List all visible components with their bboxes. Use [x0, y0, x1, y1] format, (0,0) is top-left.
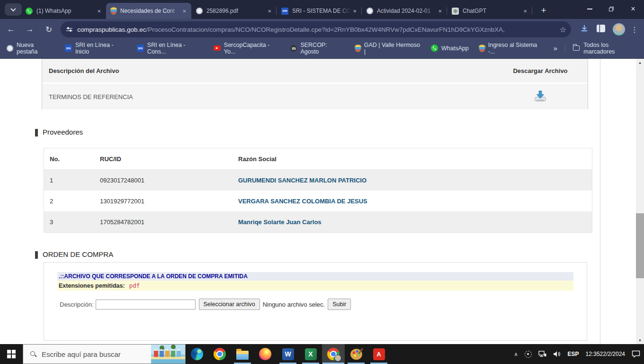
taskbar-acrobat[interactable]: A: [367, 344, 390, 364]
bookmark-label: SRI en Línea - Cons...: [147, 42, 203, 55]
bookmark-sercop-agosto[interactable]: m SERCOP: Agosto: [290, 42, 344, 55]
network-icon[interactable]: [538, 351, 546, 357]
proveedor-link[interactable]: GURUMENDI SANCHEZ MARLON PATRICIO: [238, 177, 367, 184]
bookmark-label: SERCOP: Agosto: [300, 42, 344, 55]
taskbar-edge[interactable]: [186, 344, 208, 364]
download-file-icon[interactable]: [534, 90, 547, 104]
taskbar-search[interactable]: [23, 344, 186, 364]
tab-close-icon[interactable]: ×: [266, 8, 273, 15]
cell-no: 2: [44, 198, 100, 205]
url-domain: compraspublicas.gob.ec: [77, 26, 146, 33]
windows-taskbar: W X A ∧ ESP 12:35 22/2/2024: [0, 344, 644, 364]
files-col-description: Descripción del Archivo: [42, 67, 493, 74]
downloads-icon[interactable]: [580, 24, 589, 35]
taskbar-word[interactable]: W: [277, 344, 299, 364]
whatsapp-icon: [26, 8, 33, 15]
taskbar-chrome[interactable]: [208, 344, 231, 364]
tab-necesidades-active[interactable]: Necesidades de Cont ×: [106, 3, 191, 19]
proveedor-link[interactable]: Manriqe Solarte Juan Carlos: [238, 218, 322, 226]
profile-avatar[interactable]: [613, 23, 625, 36]
excel-icon: X: [305, 348, 317, 360]
page-scrollbar[interactable]: ▲ ▼: [636, 59, 644, 344]
description-input[interactable]: [96, 300, 196, 309]
bookmark-sercopcapacita[interactable]: ▶ SercopCapacita - Yo...: [214, 42, 280, 55]
chevron-down-icon: [10, 6, 16, 11]
upload-button[interactable]: Subir: [328, 299, 351, 310]
bookmark-sri-inicio[interactable]: SRI SRI en Línea - Inicio: [65, 42, 126, 55]
screen-capture-icon[interactable]: [525, 351, 532, 358]
tab-whatsapp[interactable]: (1) WhatsApp ×: [21, 3, 106, 19]
files-col-download: Descargar Archivo: [493, 67, 588, 74]
bookmark-sri-consultas[interactable]: SRI SRI en Línea - Cons...: [137, 42, 203, 55]
bookmark-star-icon[interactable]: ☆: [560, 25, 566, 34]
taskbar-firefox[interactable]: [254, 344, 277, 364]
action-center-icon[interactable]: [632, 350, 640, 358]
taskbar-chrome-active[interactable]: [322, 344, 345, 364]
youtube-icon: ▶: [214, 46, 221, 51]
orden-title: ORDEN DE COMPRA: [43, 250, 113, 258]
all-bookmarks-label[interactable]: Todos los marcadores: [583, 42, 638, 55]
scrollbar-thumb[interactable]: [636, 213, 644, 278]
window-minimize-button[interactable]: [579, 0, 600, 18]
bookmark-label: GAD | Valle Hermoso |: [364, 42, 420, 55]
tab-title: Necesidades de Cont: [120, 8, 181, 14]
windows-logo-icon: [7, 350, 16, 358]
tab-close-icon[interactable]: ×: [181, 8, 188, 15]
back-button[interactable]: ←: [3, 21, 19, 37]
taskbar-clock[interactable]: 12:35 22/2/2024: [586, 351, 625, 358]
reload-button[interactable]: ↻: [41, 21, 57, 37]
tab-search-button[interactable]: [5, 3, 22, 16]
orden-banner: .::ARCHIVO QUE CORRESPONDE A LA ORDEN DE…: [57, 272, 573, 281]
section-marker: [35, 251, 38, 259]
tab-close-icon[interactable]: ×: [96, 8, 102, 15]
crest-icon: [479, 45, 485, 52]
site-settings-icon[interactable]: [66, 27, 72, 32]
window-controls: ×: [579, 0, 644, 18]
page-content: Descripción del Archivo Descargar Archiv…: [0, 59, 644, 344]
tab-actividad[interactable]: Actividad 2024-02-01 ×: [362, 3, 447, 19]
taskbar-excel[interactable]: X: [299, 344, 322, 364]
scroll-up-icon[interactable]: ▲: [636, 59, 644, 66]
proveedores-header-row: No. RUC/ID Razón Social: [44, 148, 592, 170]
proveedor-link[interactable]: VERGARA SANCHEZ COLOMBIA DE JESUS: [238, 198, 367, 205]
tab-chatgpt[interactable]: ⊛ ChatGPT ×: [447, 3, 532, 19]
taskbar-paint[interactable]: [345, 344, 367, 364]
table-row: 2 1301929772001 VERGARA SANCHEZ COLOMBIA…: [44, 191, 592, 211]
proveedores-table: No. RUC/ID Razón Social 1 0923017248001 …: [44, 148, 592, 233]
window-close-button[interactable]: ×: [622, 0, 644, 18]
scroll-down-icon[interactable]: ▼: [636, 337, 644, 344]
tab-title: 2582896.pdf: [206, 8, 266, 14]
tab-close-icon[interactable]: ×: [522, 8, 528, 15]
search-icon: [30, 351, 37, 358]
bookmark-label: Nueva pestaña: [17, 42, 54, 55]
tab-close-icon[interactable]: ×: [351, 8, 358, 15]
tab-close-icon[interactable]: ×: [437, 8, 443, 15]
volume-icon[interactable]: [553, 351, 561, 357]
system-tray: ∧ ESP 12:35 22/2/2024: [508, 344, 644, 364]
bookmark-nueva-pestana[interactable]: Nueva pestaña: [7, 42, 54, 55]
url-path: /ProcesoContratacion/compras/NCO/NCORegi…: [146, 26, 505, 33]
clock-time: 12:35: [586, 351, 600, 358]
forward-button[interactable]: →: [22, 21, 38, 37]
new-tab-button[interactable]: +: [537, 4, 550, 17]
browser-menu-icon[interactable]: ⋮: [631, 25, 638, 34]
address-bar[interactable]: compraspublicas.gob.ec/ProcesoContrataci…: [61, 21, 571, 37]
language-indicator[interactable]: ESP: [568, 351, 579, 357]
col-razon: Razón Social: [238, 155, 592, 163]
side-panel-icon[interactable]: [597, 25, 605, 34]
taskbar-file-explorer[interactable]: [231, 344, 254, 364]
sri-icon: SRI: [137, 45, 144, 52]
tab-pdf[interactable]: 2582896.pdf ×: [191, 3, 277, 19]
cell-no: 3: [44, 218, 100, 226]
bookmark-gad-valle-hermoso[interactable]: GAD | Valle Hermoso |: [355, 42, 420, 55]
bookmark-ingreso-sistema[interactable]: Ingreso al Sistema -...: [479, 42, 543, 55]
bookmarks-overflow-icon[interactable]: »: [554, 44, 557, 52]
select-file-button[interactable]: Seleccionar archivo: [199, 299, 260, 310]
start-button[interactable]: [0, 344, 23, 364]
window-restore-button[interactable]: [600, 0, 622, 18]
bookmark-whatsapp[interactable]: WhatsApp: [431, 45, 469, 52]
folder-icon: [573, 46, 580, 51]
browser-tab-strip: (1) WhatsApp × Necesidades de Cont × 258…: [0, 0, 644, 19]
tray-chevron-up-icon[interactable]: ∧: [514, 351, 518, 357]
tab-sri[interactable]: SRI SRI - SISTEMA DE CO ×: [277, 3, 362, 19]
